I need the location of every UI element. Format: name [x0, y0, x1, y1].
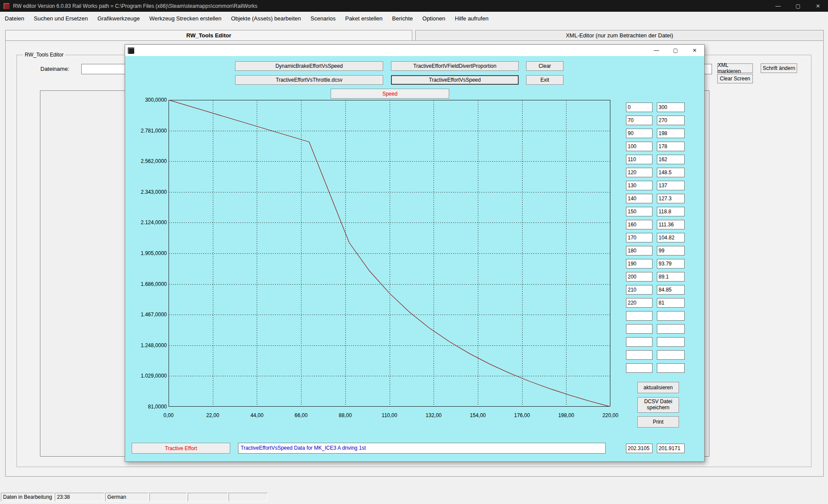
speed-value-input[interactable] — [626, 220, 652, 229]
y-axis-tick-label: 1.248,0000 — [127, 342, 167, 348]
effort-value-input[interactable] — [657, 350, 685, 360]
clear-screen-button[interactable]: Clear Screen — [717, 74, 753, 83]
effort-value-input[interactable] — [657, 324, 685, 334]
clear-button[interactable]: Clear — [526, 61, 563, 71]
effort-value-input[interactable] — [657, 168, 685, 177]
effort-value-input[interactable] — [657, 194, 685, 203]
change-font-button[interactable]: Schrift ändern — [761, 63, 797, 73]
chart-dialog: — ▢ ✕ DynamicBrakeEffortVsSpeed Tractive… — [125, 44, 705, 462]
dialog-maximize-button[interactable]: ▢ — [666, 45, 685, 56]
x-axis-tick-label: 88,00 — [332, 412, 358, 418]
menu-item-optionen[interactable]: Optionen — [417, 12, 450, 25]
speed-value-input[interactable] — [626, 129, 652, 138]
effort-value-input[interactable] — [657, 103, 685, 112]
menu-item-berichte[interactable]: Berichte — [388, 12, 418, 25]
effort-value-input[interactable] — [657, 142, 685, 151]
print-button[interactable]: Print — [637, 416, 679, 428]
value-row-15 — [626, 285, 687, 295]
menu-item-werkzeug-strecken-erstellen[interactable]: Werkzeug Strecken erstellen — [145, 12, 226, 25]
tractive-effort-vs-throttle-button[interactable]: TractiveEffortVsThrottle.dcsv — [235, 75, 383, 85]
field-divert-proportion-button[interactable]: TractiveEffortVFieldDivertProportion — [391, 61, 519, 71]
effort-value-input[interactable] — [657, 246, 685, 255]
menu-item-dateien[interactable]: Dateien — [0, 12, 29, 25]
speed-value-input[interactable] — [626, 311, 652, 321]
dynamic-brake-effort-button[interactable]: DynamicBrakeEffortVsSpeed — [235, 61, 383, 71]
effort-value-input[interactable] — [657, 129, 685, 138]
effort-value-input[interactable] — [657, 259, 685, 269]
speed-value-input[interactable] — [626, 181, 652, 190]
chart-plot[interactable] — [169, 100, 610, 407]
value-row-10 — [626, 220, 687, 229]
xml-mark-button[interactable]: XML markieren — [717, 63, 753, 73]
speed-value-input[interactable] — [626, 363, 652, 373]
close-button[interactable]: ✕ — [808, 0, 828, 12]
status-panel-5 — [188, 493, 228, 501]
speed-value-input[interactable] — [626, 194, 652, 203]
effort-value-input[interactable] — [657, 311, 685, 321]
effort-value-input[interactable] — [657, 181, 685, 190]
effort-value-input[interactable] — [657, 272, 685, 282]
menu-bar: DateienSuchen und ErsetzenGrafikwerkzeug… — [0, 12, 828, 25]
x-axis-title: Speed — [331, 89, 449, 99]
save-dcsv-button[interactable]: DCSV Datei speichern — [637, 397, 679, 413]
effort-value-input[interactable] — [657, 116, 685, 125]
speed-value-input[interactable] — [626, 285, 652, 295]
speed-value-input[interactable] — [626, 142, 652, 151]
speed-value-input[interactable] — [626, 246, 652, 255]
speed-value-input[interactable] — [626, 298, 652, 308]
speed-value-input[interactable] — [626, 272, 652, 282]
dialog-icon[interactable] — [128, 47, 134, 54]
menu-item-suchen-und-ersetzen[interactable]: Suchen und Ersetzen — [29, 12, 93, 25]
dialog-body: DynamicBrakeEffortVsSpeed TractiveEffort… — [125, 56, 704, 461]
speed-value-input[interactable] — [626, 168, 652, 177]
value-row-19 — [626, 337, 687, 347]
speed-value-input[interactable] — [626, 324, 652, 334]
app-icon[interactable] — [3, 3, 10, 9]
effort-value-input[interactable] — [657, 337, 685, 347]
maximize-button[interactable]: ▢ — [788, 0, 808, 12]
status-panel-3: German — [105, 493, 149, 501]
dialog-minimize-button[interactable]: — — [647, 45, 666, 56]
dialog-close-button[interactable]: ✕ — [685, 45, 704, 56]
y-axis-tick-label: 2.562,0000 — [127, 158, 167, 164]
menu-item-scenarios[interactable]: Scenarios — [306, 12, 341, 25]
chart-area[interactable] — [169, 100, 610, 407]
speed-value-input[interactable] — [626, 233, 652, 242]
speed-value-input[interactable] — [626, 350, 652, 360]
menu-item-objekte-assets-bearbeiten[interactable]: Objekte (Assets) bearbeiten — [226, 12, 306, 25]
effort-value-input[interactable] — [657, 285, 685, 295]
value-row-11 — [626, 233, 687, 242]
minimize-button[interactable]: — — [768, 0, 788, 12]
speed-value-input[interactable] — [626, 116, 652, 125]
menu-item-paket-erstellen[interactable]: Paket erstellen — [341, 12, 388, 25]
status-panel-2: 23:38 — [55, 493, 104, 501]
y-axis-title: Tractive Effort — [132, 443, 230, 454]
speed-value-input[interactable] — [626, 207, 652, 216]
x-axis-tick-label: 44,00 — [244, 412, 270, 418]
curve-description-field[interactable]: TractiveEffortVsSpeed Data for MK_ICE3 A… — [238, 443, 606, 454]
exit-button[interactable]: Exit — [526, 75, 563, 85]
y-axis-tick-label: 81,0000 — [127, 404, 167, 410]
x-axis-tick-label: 66,00 — [288, 412, 314, 418]
menu-item-grafikwerkzeuge[interactable]: Grafikwerkzeuge — [93, 12, 145, 25]
tab-strip: RW_Tools Editor XML-Editor (nur zum Betr… — [5, 30, 824, 40]
tab-xml-editor[interactable]: XML-Editor (nur zum Betrachten der Datei… — [415, 30, 824, 40]
speed-value-input[interactable] — [626, 337, 652, 347]
update-button[interactable]: aktualisieren — [637, 382, 679, 393]
speed-value-input[interactable] — [626, 103, 652, 112]
effort-value-input[interactable] — [657, 233, 685, 242]
effort-value-input[interactable] — [657, 155, 685, 164]
effort-value-input[interactable] — [657, 207, 685, 216]
speed-value-input[interactable] — [626, 155, 652, 164]
y-axis-tick-label: 2.124,0000 — [127, 219, 167, 225]
speed-value-input[interactable] — [626, 259, 652, 269]
menu-item-hilfe-aufrufen[interactable]: Hilfe aufrufen — [450, 12, 493, 25]
effort-value-input[interactable] — [657, 298, 685, 308]
effort-value-input[interactable] — [657, 220, 685, 229]
effort-value-input[interactable] — [657, 363, 685, 373]
value-row-6 — [626, 168, 687, 177]
y-axis-tick-label: 1.029,0000 — [127, 373, 167, 379]
tab-rw-tools-editor[interactable]: RW_Tools Editor — [5, 30, 412, 40]
tractive-effort-vs-speed-button[interactable]: TractiveEffortVsSpeed — [391, 75, 519, 85]
value-row-5 — [626, 155, 687, 164]
